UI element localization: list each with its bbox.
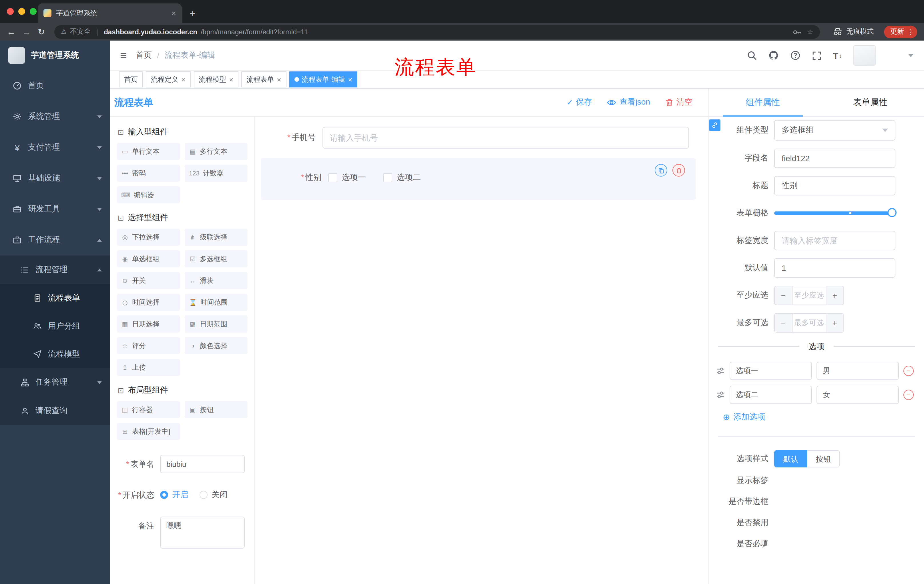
slider-track[interactable] [774, 211, 891, 215]
link-field-button[interactable] [709, 119, 721, 131]
breadcrumb-home[interactable]: 首页 [136, 50, 152, 61]
close-tab-icon[interactable]: × [172, 8, 176, 18]
zoom-window-button[interactable] [30, 8, 36, 15]
increase-button[interactable]: + [826, 286, 843, 304]
slider-handle[interactable] [888, 208, 896, 217]
bookmark-star-icon[interactable]: ☆ [807, 28, 813, 36]
sidebar-toggle-icon[interactable]: ≡ [120, 49, 127, 62]
tag-home[interactable]: 首页 [119, 71, 143, 87]
palette-item-upload[interactable]: ↥上传 [117, 359, 180, 376]
new-tab-button[interactable]: + [190, 9, 195, 18]
forward-icon[interactable]: → [22, 28, 31, 36]
palette-item-time-range[interactable]: ⌛时间范围 [185, 294, 248, 311]
fullscreen-icon[interactable] [812, 51, 822, 60]
palette-item-color[interactable]: ◑颜色选择 [185, 337, 248, 354]
key-icon[interactable] [792, 28, 801, 36]
update-button[interactable]: 更新 ⋮ [884, 25, 917, 38]
close-icon[interactable]: × [277, 75, 281, 84]
back-icon[interactable]: ← [7, 28, 15, 36]
sidebar-item-infra[interactable]: 基础设施 [0, 163, 110, 194]
browser-menu-icon[interactable]: ⋮ [907, 28, 914, 36]
sidebar-item-leave-query[interactable]: 请假查询 [0, 396, 110, 425]
close-window-button[interactable] [7, 8, 14, 15]
option-label-input[interactable] [729, 386, 812, 404]
decrease-button[interactable]: − [775, 286, 792, 304]
tag-process-form-edit[interactable]: 流程表单-编辑 × [289, 71, 358, 87]
copy-field-button[interactable] [655, 164, 667, 176]
palette-item-editor[interactable]: ⌨编辑器 [117, 186, 180, 204]
field-name-input[interactable] [774, 148, 895, 168]
canvas-field-gender-selected[interactable]: *性别 选项一 选项二 [261, 158, 696, 200]
sidebar-item-system[interactable]: 系统管理 [0, 101, 110, 132]
phone-input[interactable] [322, 127, 689, 148]
close-icon[interactable]: × [181, 75, 186, 84]
browser-tab[interactable]: 芋道管理系统 × [38, 3, 182, 23]
form-remark-textarea[interactable]: 嘿嘿 [160, 517, 245, 549]
status-off-radio[interactable]: 关闭 [200, 490, 228, 500]
palette-item-checkbox-group[interactable]: ☑多选框组 [185, 250, 248, 267]
close-icon[interactable]: × [348, 75, 353, 84]
palette-item-row-container[interactable]: ◫行容器 [117, 401, 180, 418]
max-select-stepper[interactable]: − 最多可选 + [774, 313, 844, 332]
canvas-field-phone[interactable]: *手机号 [261, 127, 689, 148]
remove-option-button[interactable]: − [903, 390, 914, 400]
palette-item-date[interactable]: ▦日期选择 [117, 316, 180, 332]
dropdown-caret-icon[interactable] [908, 54, 914, 57]
sidebar-item-task-mgmt[interactable]: 任务管理 [0, 368, 110, 396]
sidebar-item-process-form[interactable]: 流程表单 [0, 284, 110, 312]
default-value-input[interactable] [774, 258, 895, 278]
sidebar-item-payment[interactable]: ¥ 支付管理 [0, 132, 110, 163]
increase-button[interactable]: + [826, 314, 843, 332]
gender-option-1-checkbox[interactable]: 选项一 [328, 173, 366, 183]
checkbox-box[interactable] [383, 173, 392, 182]
sidebar-item-process-model[interactable]: 流程模型 [0, 340, 110, 368]
checkbox-box[interactable] [328, 173, 337, 182]
min-select-stepper[interactable]: − 至少应选 + [774, 286, 844, 305]
remove-option-button[interactable]: − [903, 366, 914, 376]
label-width-input[interactable] [774, 231, 895, 250]
sidebar-item-workflow[interactable]: 工作流程 [0, 225, 110, 255]
sidebar-item-user-group[interactable]: 用户分组 [0, 312, 110, 340]
palette-item-date-range[interactable]: ▩日期范围 [185, 316, 248, 332]
sidebar-item-home[interactable]: 首页 [0, 70, 110, 101]
palette-item-select[interactable]: ◎下拉选择 [117, 229, 180, 246]
tab-component-props[interactable]: 组件属性 [709, 89, 817, 116]
style-button-button[interactable]: 按钮 [807, 450, 840, 467]
form-canvas[interactable]: *手机号 *性别 [255, 117, 708, 584]
tag-process-definition[interactable]: 流程定义 × [146, 71, 191, 87]
search-icon[interactable] [747, 50, 757, 61]
sidebar-item-devtools[interactable]: 研发工具 [0, 194, 110, 225]
reload-icon[interactable]: ↻ [38, 28, 45, 36]
tag-process-form[interactable]: 流程表单 × [241, 71, 286, 87]
palette-item-password[interactable]: •••密码 [117, 165, 180, 182]
close-icon[interactable]: × [229, 75, 233, 84]
view-json-button[interactable]: 查看json [607, 97, 650, 107]
delete-field-button[interactable] [672, 164, 685, 176]
tag-process-model[interactable]: 流程模型 × [193, 71, 238, 87]
option-label-input[interactable] [729, 362, 812, 380]
style-default-button[interactable]: 默认 [774, 450, 807, 467]
add-option-button[interactable]: ⊕ 添加选项 [723, 412, 924, 422]
save-button[interactable]: ✓ 保存 [566, 97, 592, 107]
decrease-button[interactable]: − [775, 314, 792, 332]
status-on-radio[interactable]: 开启 [160, 490, 188, 500]
palette-item-textarea[interactable]: ▤多行文本 [185, 143, 248, 160]
form-grid-slider[interactable] [774, 204, 895, 223]
canvas-field-gender[interactable]: *性别 选项一 选项二 [266, 173, 676, 183]
palette-item-slider[interactable]: ↔滑块 [185, 272, 248, 289]
clear-button[interactable]: 清空 [665, 97, 693, 107]
address-bar[interactable]: ⚠ 不安全 | dashboard.yudao.iocoder.cn /bpm/… [54, 25, 820, 39]
palette-item-radio-group[interactable]: ◉单选框组 [117, 250, 180, 267]
avatar[interactable] [853, 45, 876, 66]
palette-item-single-text[interactable]: ▭单行文本 [117, 143, 180, 160]
palette-item-counter[interactable]: 123计数器 [185, 165, 248, 182]
form-name-input[interactable] [160, 455, 245, 473]
drag-handle-icon[interactable] [716, 366, 725, 375]
tab-form-props[interactable]: 表单属性 [817, 89, 924, 116]
palette-item-rate[interactable]: ☆评分 [117, 337, 180, 354]
help-icon[interactable] [790, 50, 800, 61]
palette-item-button[interactable]: ▣按钮 [185, 401, 248, 418]
title-input[interactable] [774, 176, 895, 196]
minimize-window-button[interactable] [18, 8, 25, 15]
sidebar-logo[interactable]: 芋道管理系统 [0, 41, 110, 70]
